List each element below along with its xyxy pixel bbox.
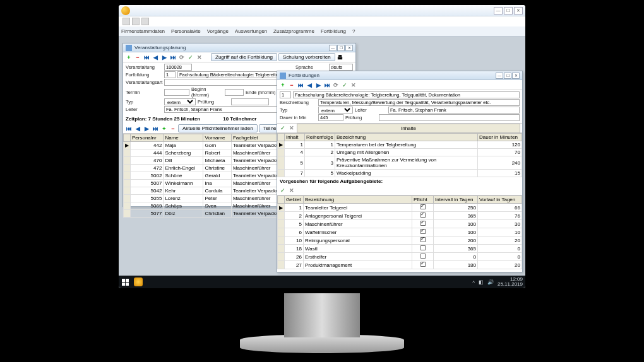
table-row[interactable]: ▶1Teamleiter Teigerei25066	[278, 204, 522, 212]
prev-icon[interactable]: ◀	[152, 54, 159, 61]
cancel-icon[interactable]: ✕	[288, 187, 295, 194]
col-header[interactable]: Bezeichnung	[335, 134, 478, 141]
training-num-field[interactable]	[280, 91, 291, 98]
apply-icon[interactable]: ✓	[187, 54, 194, 61]
col-header[interactable]: Dauer in Minuten	[478, 134, 522, 141]
type-select[interactable]: extern	[318, 107, 353, 114]
menu-item[interactable]: Firmenstammdaten	[121, 28, 165, 34]
close-button[interactable]: ✕	[512, 73, 520, 79]
menu-item[interactable]: Fortbildung	[321, 28, 346, 34]
add-icon[interactable]: +	[125, 54, 133, 61]
close-button[interactable]: ✕	[345, 45, 353, 51]
tool-icon[interactable]	[141, 18, 149, 25]
col-header[interactable]: Bezeichnung	[304, 196, 412, 204]
print-icon[interactable]: 🖶	[337, 54, 344, 61]
tray-network-icon[interactable]: ◧	[479, 279, 484, 285]
close-button[interactable]: ✕	[514, 7, 523, 15]
refresh-icon[interactable]: ⟳	[178, 54, 186, 61]
maximize-button[interactable]: ☐	[337, 45, 345, 51]
delete-icon[interactable]: −	[288, 81, 295, 89]
first-icon[interactable]: ⏮	[125, 125, 133, 132]
checkbox[interactable]	[420, 237, 426, 242]
refresh-icon[interactable]: ⟳	[332, 81, 340, 89]
last-icon[interactable]: ⏭	[323, 81, 331, 89]
table-row[interactable]: 27Produktmanagement18020	[278, 261, 522, 269]
table-row[interactable]: ▶11Temperaturen bei der Teigbereitung120	[278, 141, 522, 149]
tray-chevron-icon[interactable]: ^	[472, 279, 475, 285]
menu-item[interactable]: Personalakte	[171, 28, 201, 34]
delete-icon[interactable]: −	[134, 54, 141, 61]
load-participants-button[interactable]: Aktuelle Pflichtteilnehmer laden	[178, 124, 258, 132]
col-header[interactable]: Inhalt	[285, 134, 305, 141]
training-id-field[interactable]	[164, 71, 176, 78]
col-header[interactable]: Vorlauf in Tagen	[478, 196, 522, 204]
col-header[interactable]: Name	[164, 134, 203, 142]
prev-icon[interactable]: ◀	[306, 81, 313, 89]
areas-table[interactable]: Gebiet Bezeichnung Pflicht Intervall in …	[277, 196, 522, 269]
col-header[interactable]: Vorname	[203, 134, 231, 142]
table-row[interactable]: 42Umgang mit Allergenen70	[278, 149, 522, 156]
next-icon[interactable]: ▶	[160, 54, 168, 61]
apply-icon[interactable]: ✓	[279, 124, 287, 132]
minimize-button[interactable]: —	[496, 73, 503, 79]
table-row[interactable]: 10Reinigungspersonal20020	[278, 236, 522, 245]
training-name-field[interactable]	[293, 91, 520, 98]
first-icon[interactable]: ⏮	[297, 81, 304, 89]
last-icon[interactable]: ⏭	[169, 54, 177, 61]
first-icon[interactable]: ⏮	[143, 54, 150, 61]
table-row[interactable]: 75Wackelpudding15	[278, 170, 522, 177]
table-row[interactable]: 2Anlagenpersonal Teigerei36576	[278, 212, 522, 220]
checkbox[interactable]	[420, 213, 426, 218]
tray-volume-icon[interactable]: 🔊	[487, 279, 494, 285]
table-row[interactable]: 53Präventive Maßnahmen zur Vermeidung vo…	[278, 156, 522, 170]
checkbox[interactable]	[420, 245, 426, 250]
col-header[interactable]: Pflicht	[412, 196, 434, 204]
table-row[interactable]: 6Waffelmischer10010	[278, 228, 522, 236]
language-field[interactable]	[329, 64, 353, 71]
checkbox[interactable]	[420, 254, 426, 259]
delete-icon[interactable]: −	[169, 125, 177, 132]
table-row[interactable]: 18Wastl3650	[278, 245, 522, 253]
last-icon[interactable]: ⏭	[152, 125, 159, 132]
menu-item[interactable]: Auswertungen	[235, 28, 267, 34]
col-header[interactable]: Personalnr	[131, 134, 164, 142]
minimize-button[interactable]: —	[494, 7, 503, 15]
apply-icon[interactable]: ✓	[279, 187, 287, 194]
col-header[interactable]: Gebiet	[285, 196, 304, 204]
begin-field[interactable]	[225, 89, 244, 96]
access-training-button[interactable]: Zugriff auf die Fortbildung	[211, 53, 277, 61]
type-select[interactable]: extern	[164, 98, 196, 105]
description-field[interactable]	[318, 99, 520, 106]
table-row[interactable]: 5Maschinenführer10030	[278, 220, 522, 228]
menu-item[interactable]: Vorgänge	[207, 28, 229, 34]
exam-field[interactable]	[379, 114, 520, 121]
exam-field[interactable]	[231, 98, 269, 105]
menu-item[interactable]: Zusatzprogramme	[273, 28, 314, 34]
add-icon[interactable]: +	[279, 81, 287, 89]
maximize-button[interactable]: ☐	[504, 73, 511, 79]
next-icon[interactable]: ▶	[143, 125, 150, 132]
taskbar-app-icon[interactable]	[134, 277, 143, 286]
clock-date[interactable]: 25.11.2019	[498, 282, 523, 287]
table-row[interactable]: 26Ersthelfer00	[278, 253, 522, 261]
checkbox[interactable]	[420, 221, 426, 226]
prev-icon[interactable]: ◀	[134, 125, 141, 132]
checkbox[interactable]	[420, 229, 426, 234]
leader-field[interactable]	[388, 107, 520, 114]
cancel-icon[interactable]: ✕	[350, 81, 357, 89]
prepare-training-button[interactable]: Schulung vorbereiten	[278, 53, 335, 61]
col-header[interactable]: Reihenfolge	[305, 134, 335, 141]
maximize-button[interactable]: ☐	[504, 7, 513, 15]
minimize-button[interactable]: —	[329, 45, 337, 51]
cancel-icon[interactable]: ✕	[196, 54, 203, 61]
add-icon[interactable]: +	[160, 125, 168, 132]
apply-icon[interactable]: ✓	[341, 81, 349, 89]
menu-item[interactable]: ?	[352, 28, 355, 34]
date-field[interactable]	[164, 89, 189, 96]
checkbox[interactable]	[420, 204, 426, 209]
checkbox[interactable]	[420, 262, 426, 267]
start-button[interactable]	[119, 276, 131, 288]
next-icon[interactable]: ▶	[314, 81, 322, 89]
event-id-field[interactable]	[164, 64, 192, 71]
cancel-icon[interactable]: ✕	[288, 124, 295, 132]
